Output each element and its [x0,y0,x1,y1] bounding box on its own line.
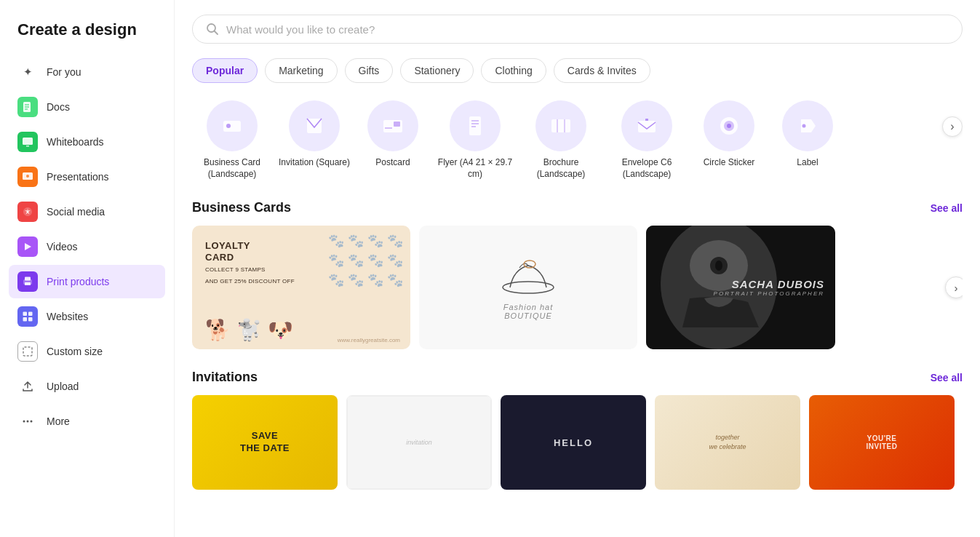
circle-sticker-icon [704,100,754,151]
invitation-item-orange[interactable]: YOU'REINVITED [809,395,955,490]
sidebar-item-upload[interactable]: Upload [9,370,165,403]
svg-point-17 [23,421,25,423]
sidebar-item-presentations[interactable]: Presentations [9,160,165,194]
search-icon [206,23,219,36]
sidebar-item-print-products[interactable]: Print products [9,265,165,298]
category-tab-clothing[interactable]: Clothing [481,58,546,83]
svg-rect-32 [551,119,570,132]
envelope-c6-icon [621,100,672,151]
sidebar-item-custom-size[interactable]: Custom size [9,335,165,368]
svg-rect-36 [645,119,648,121]
websites-icon [17,306,38,327]
svg-rect-14 [23,317,28,322]
sidebar-item-docs[interactable]: Docs [9,90,165,124]
loyalty-card-text: LOYALTYCARDCOLLECT 9 STAMPSAND GET 25% D… [205,240,295,285]
design-type-invitation-square[interactable]: Invitation (Square) [278,100,351,169]
photo-card-bg: SACHA DUBOIS PORTRAIT PHOTOGRAPHER [646,226,835,349]
invitation-item-dark[interactable]: HELLO [501,395,646,490]
business-cards-header: Business Cards See all [192,200,963,215]
svg-rect-5 [26,146,29,147]
invitation-item-yellow[interactable]: SAVETHE DATE [192,395,338,490]
design-types-next-arrow[interactable]: › [942,116,963,137]
fashion-hat-svg [499,255,557,298]
sidebar-item-videos[interactable]: Videos [9,230,165,263]
svg-rect-16 [23,347,32,356]
presentations-icon [17,167,38,187]
business-card-item-photo[interactable]: SACHA DUBOIS PORTRAIT PHOTOGRAPHER [646,226,835,349]
svg-point-42 [524,260,535,268]
design-type-circle-sticker[interactable]: Circle Sticker [693,100,765,169]
for-you-icon: ✦ [17,62,38,82]
business-card-item-loyalty[interactable]: LOYALTYCARDCOLLECT 9 STAMPSAND GET 25% D… [192,226,410,349]
svg-point-39 [727,124,731,128]
brochure-label: Brochure (Landscape) [521,157,601,180]
app-title: Create a design [9,15,165,54]
sidebar-label-print-products: Print products [47,276,109,287]
business-card-icon [207,100,258,151]
flyer-label: Flyer (A4 21 × 29.7 cm) [435,157,515,180]
invitations-header: Invitations See all [192,370,963,385]
design-type-envelope-c6[interactable]: Envelope C6 (Landscape) [607,100,687,180]
category-tab-stationery[interactable]: Stationery [400,58,474,83]
business-card-item-fashion[interactable]: Fashion hatBOUTIQUE [419,226,637,349]
svg-rect-28 [469,116,481,135]
category-tabs: Popular Marketing Gifts Stationery Cloth… [192,58,963,83]
svg-rect-15 [28,317,33,322]
sidebar-label-upload: Upload [47,381,79,392]
invitation-square-label: Invitation (Square) [279,157,350,169]
category-tab-popular[interactable]: Popular [192,58,258,83]
search-input[interactable] [226,23,949,36]
sidebar-label-presentations: Presentations [47,171,109,183]
svg-rect-11 [25,282,31,285]
svg-rect-12 [23,312,28,317]
whiteboards-icon [17,132,38,152]
social-media-icon [17,202,38,222]
svg-line-21 [215,31,218,35]
design-type-business-card[interactable]: Business Card (Landscape) [192,100,272,180]
invitations-section: Invitations See all SAVETHE DATE invitat… [192,370,963,490]
more-icon [17,411,38,431]
label-label: Label [797,157,818,169]
design-types-row: Business Card (Landscape) Invitation (Sq… [192,100,963,180]
business-cards-see-all[interactable]: See all [931,202,963,214]
videos-icon [17,236,38,257]
sidebar-item-more[interactable]: More [9,405,165,438]
design-type-postcard[interactable]: Postcard [356,100,429,169]
business-cards-section: Business Cards See all LOYALTYCARDCOLLEC… [192,200,963,349]
label-icon [782,100,833,151]
print-products-icon [17,271,38,292]
business-card-label: Business Card (Landscape) [192,157,272,180]
svg-point-23 [226,124,231,128]
svg-rect-4 [23,138,33,145]
sidebar-item-social-media[interactable]: Social media [9,195,165,228]
content-area: Business Card (Landscape) Invitation (Sq… [192,100,963,537]
svg-point-7 [26,175,29,178]
invitation-square-icon [289,100,340,151]
sidebar-label-docs: Docs [47,101,70,113]
business-cards-next-arrow[interactable]: › [945,277,963,298]
category-tab-gifts[interactable]: Gifts [345,58,394,83]
sidebar-item-whiteboards[interactable]: Whiteboards [9,125,165,159]
docs-icon [17,97,38,117]
svg-marker-8 [25,243,31,250]
design-type-flyer[interactable]: Flyer (A4 21 × 29.7 cm) [435,100,515,180]
sidebar-label-for-you: For you [47,66,81,78]
sidebar-label-more: More [47,415,70,427]
sidebar-label-whiteboards: Whiteboards [47,136,104,148]
postcard-icon [367,100,418,151]
invitations-see-all[interactable]: See all [931,372,963,383]
category-tab-cards-invites[interactable]: Cards & Invites [554,58,650,83]
svg-rect-35 [638,121,656,132]
brochure-icon [535,100,586,151]
business-cards-row: LOYALTYCARDCOLLECT 9 STAMPSAND GET 25% D… [192,226,963,349]
sidebar: Create a design ✦ For you Docs Whiteboar… [0,0,175,537]
design-type-brochure[interactable]: Brochure (Landscape) [521,100,601,180]
design-type-label[interactable]: Label [771,100,844,169]
invitation-item-white[interactable]: invitation [346,395,492,490]
svg-point-18 [27,421,29,423]
category-tab-marketing[interactable]: Marketing [265,58,337,83]
sidebar-item-websites[interactable]: Websites [9,300,165,333]
sidebar-item-for-you[interactable]: ✦ For you [9,55,165,89]
invitation-item-floral[interactable]: togetherwe celebrate [655,395,800,490]
circle-sticker-label: Circle Sticker [704,157,755,169]
